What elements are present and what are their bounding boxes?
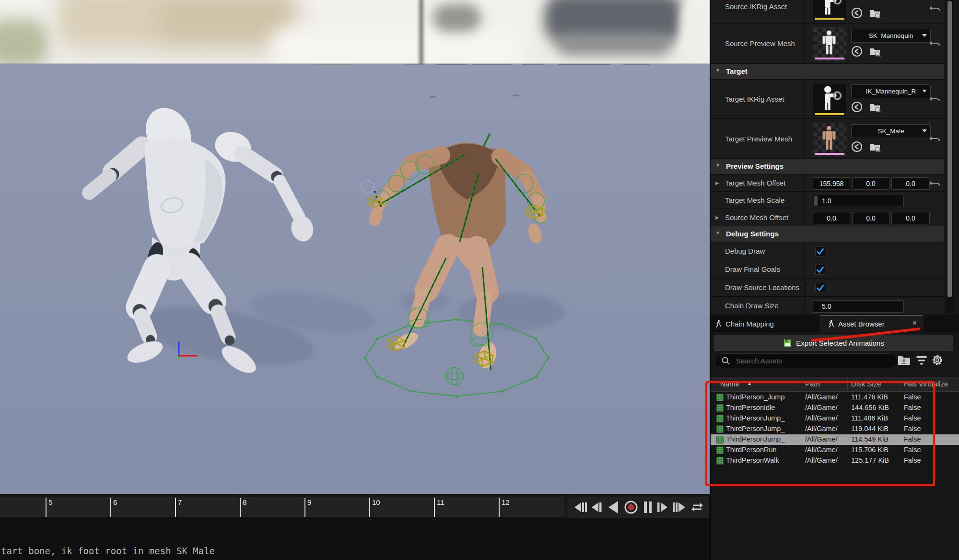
asset-row[interactable]: ThirdPersonJump_ /All/Game/ 119.044 KiB … bbox=[711, 424, 959, 434]
asset-has-virtualized: False bbox=[904, 446, 933, 454]
loop-button[interactable] bbox=[691, 502, 703, 513]
asset-row[interactable]: ThirdPersonRun /All/Game/ 115.706 KiB Fa… bbox=[711, 445, 959, 455]
target-mesh-scale-field[interactable]: 1.0 bbox=[813, 195, 904, 207]
asset-disk-size: 125.177 KiB bbox=[851, 456, 897, 464]
horizon-debris bbox=[313, 64, 650, 98]
timeline-tick bbox=[499, 498, 500, 517]
offset-z-field[interactable]: 0.0 bbox=[891, 212, 930, 224]
step-forward-button[interactable] bbox=[657, 501, 667, 513]
expand-arrow-icon[interactable]: ▶ bbox=[715, 215, 719, 220]
offset-y-field[interactable]: 0.0 bbox=[852, 212, 889, 224]
expand-arrow-icon[interactable]: ▶ bbox=[715, 180, 719, 186]
offset-y-field[interactable]: 0.0 bbox=[852, 177, 889, 190]
reset-to-default-icon[interactable] bbox=[929, 178, 941, 189]
browse-to-asset-icon[interactable] bbox=[869, 46, 881, 57]
offset-x-field[interactable]: 0.0 bbox=[813, 212, 850, 224]
use-selected-icon[interactable] bbox=[851, 7, 863, 19]
target-character-skmale[interactable] bbox=[361, 133, 550, 397]
play-reverse-button[interactable] bbox=[608, 501, 619, 514]
asset-row-selected[interactable]: ThirdPersonJump_ /All/Game/ 114.549 KiB … bbox=[711, 434, 959, 445]
target-mesh-thumbnail[interactable] bbox=[813, 123, 846, 156]
mesh-color-bar bbox=[815, 153, 844, 155]
target-mesh-dropdown[interactable]: SK_Male bbox=[851, 124, 931, 138]
timeline-tick-label: 11 bbox=[437, 498, 444, 506]
use-selected-icon[interactable] bbox=[851, 141, 863, 152]
debug-draw-checkbox[interactable] bbox=[815, 246, 825, 257]
chevron-down-icon bbox=[922, 34, 927, 37]
timeline-tick-label: 7 bbox=[178, 498, 182, 506]
saved-search-folder-icon[interactable] bbox=[898, 354, 911, 366]
browse-to-asset-icon[interactable] bbox=[869, 141, 881, 152]
asset-name: ThirdPerson_Jump bbox=[726, 393, 799, 401]
asset-row[interactable]: ThirdPersonWalk /All/Game/ 125.177 KiB F… bbox=[711, 455, 959, 466]
asset-disk-size: 115.706 KiB bbox=[851, 446, 897, 454]
tab-asset-browser[interactable]: Asset Browser × bbox=[819, 315, 924, 332]
ground-wire-sphere bbox=[446, 367, 464, 385]
tab-chain-mapping[interactable]: Chain Mapping bbox=[714, 315, 774, 332]
browse-to-asset-icon[interactable] bbox=[869, 7, 881, 19]
reset-to-default-icon[interactable] bbox=[929, 3, 941, 14]
slider-grip[interactable] bbox=[814, 196, 818, 206]
filter-icon[interactable] bbox=[916, 356, 927, 365]
viewport-3d[interactable] bbox=[0, 0, 710, 494]
column-header-has-virtualized[interactable]: Has Virtualize bbox=[904, 380, 948, 388]
draw-final-goals-label: Draw Final Goals bbox=[725, 265, 780, 273]
viewport-characters[interactable] bbox=[0, 64, 710, 494]
panel-scrollbar-thumb[interactable] bbox=[947, 1, 952, 297]
offset-x-field[interactable]: 155.958 bbox=[813, 177, 850, 190]
reset-to-default-icon[interactable] bbox=[929, 38, 941, 49]
section-header-preview-settings[interactable]: ▼ Preview Settings bbox=[711, 159, 944, 175]
use-selected-icon[interactable] bbox=[851, 101, 863, 113]
reset-to-default-icon[interactable] bbox=[929, 94, 941, 105]
draw-source-locations-checkbox[interactable] bbox=[815, 283, 825, 293]
sort-ascending-icon[interactable]: ▲ bbox=[747, 381, 752, 386]
timeline-tick-label: 12 bbox=[502, 498, 510, 506]
browse-to-asset-icon[interactable] bbox=[869, 101, 881, 113]
timeline-ruler[interactable]: 5 6 7 8 9 10 11 12 bbox=[0, 497, 564, 518]
timeline-tick-label: 8 bbox=[243, 498, 246, 506]
close-icon[interactable]: × bbox=[912, 319, 917, 327]
animation-asset-icon bbox=[716, 446, 724, 454]
target-ikrig-dropdown[interactable]: IK_Mannequin_R bbox=[851, 84, 931, 98]
pause-button[interactable] bbox=[643, 501, 652, 513]
source-ikrig-thumbnail[interactable] bbox=[813, 0, 846, 21]
settings-gear-icon[interactable] bbox=[931, 354, 944, 366]
use-selected-icon[interactable] bbox=[851, 46, 863, 57]
target-ikrig-thumbnail[interactable] bbox=[813, 83, 846, 117]
to-end-button[interactable] bbox=[673, 501, 686, 513]
asset-row[interactable]: ThirdPerson_Jump /All/Game/ 111.476 KiB … bbox=[711, 392, 959, 403]
to-front-button[interactable] bbox=[573, 501, 587, 513]
reset-to-default-icon[interactable] bbox=[929, 134, 941, 144]
retarget-runner-icon bbox=[714, 320, 722, 328]
section-header-debug-settings[interactable]: ▼ Debug Settings bbox=[711, 226, 944, 242]
asset-disk-size: 144.656 KiB bbox=[851, 404, 897, 411]
source-mesh-thumbnail[interactable] bbox=[813, 27, 846, 61]
ikrig-color-bar bbox=[815, 18, 844, 20]
save-icon bbox=[784, 339, 792, 347]
chain-draw-size-field[interactable]: 5.0 bbox=[813, 300, 904, 313]
animation-asset-icon bbox=[716, 436, 724, 443]
chain-draw-size-label: Chain Draw Size bbox=[725, 302, 779, 310]
section-title: Preview Settings bbox=[726, 162, 784, 170]
source-mesh-dropdown[interactable]: SK_Mannequin bbox=[851, 29, 931, 43]
export-selected-animations-button[interactable]: Export Selected Animations bbox=[714, 335, 953, 351]
step-back-button[interactable] bbox=[592, 501, 602, 513]
search-assets-input[interactable] bbox=[735, 355, 890, 367]
asset-path: /All/Game/ bbox=[805, 435, 846, 443]
column-header-disk-size[interactable]: Disk Size bbox=[851, 380, 881, 388]
asset-row[interactable]: ThirdPersonJump_ /All/Game/ 111.486 KiB … bbox=[711, 413, 959, 424]
timeline-tick-label: 10 bbox=[372, 498, 380, 506]
record-button[interactable] bbox=[624, 500, 638, 514]
section-header-target[interactable]: ▼ Target bbox=[711, 64, 944, 80]
draw-final-goals-checkbox[interactable] bbox=[815, 265, 825, 275]
animation-asset-icon bbox=[716, 394, 724, 401]
column-header-path[interactable]: Path bbox=[805, 380, 820, 388]
asset-name: ThirdPersonWalk bbox=[726, 456, 799, 464]
target-mesh-label: Target Preview Mesh bbox=[725, 135, 792, 143]
status-message: tart bone, ik foot root in mesh SK Male bbox=[1, 546, 215, 556]
offset-z-field[interactable]: 0.0 bbox=[891, 177, 930, 190]
asset-row[interactable]: ThirdPersonIdle /All/Game/ 144.656 KiB F… bbox=[711, 403, 959, 413]
source-mesh-label: Source Preview Mesh bbox=[725, 39, 795, 47]
column-header-name[interactable]: Name bbox=[720, 380, 739, 388]
chevron-down-icon bbox=[922, 129, 927, 132]
